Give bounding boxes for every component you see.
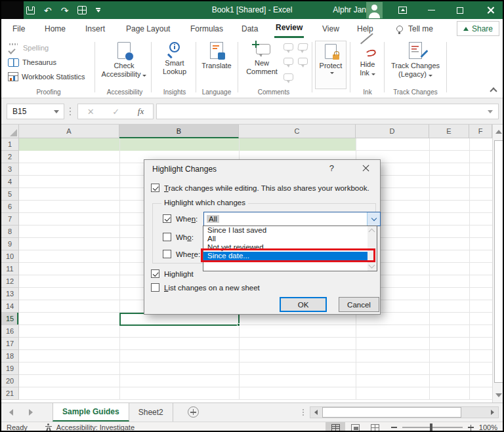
row-header[interactable]: 1 <box>1 138 19 151</box>
row-header[interactable]: 19 <box>1 363 19 375</box>
formula-input[interactable] <box>156 104 499 119</box>
workbook-statistics-button[interactable]: Workbook Statistics <box>8 71 85 83</box>
page-break-view-button[interactable] <box>365 422 385 432</box>
translate-button[interactable]: Translate <box>198 42 235 70</box>
row-header[interactable]: 8 <box>1 226 19 238</box>
row-header-selected[interactable]: 15 <box>1 313 19 325</box>
when-checkbox[interactable] <box>163 214 171 223</box>
previous-sheet-icon[interactable] <box>9 409 13 416</box>
normal-view-button[interactable] <box>326 422 345 432</box>
zoom-out-icon[interactable] <box>391 427 397 428</box>
dialog-close-button[interactable] <box>352 160 380 177</box>
row-header[interactable]: 2 <box>1 151 19 163</box>
column-header-d[interactable]: D <box>356 125 429 138</box>
dialog-help-button[interactable]: ? <box>329 163 334 173</box>
when-combobox-dropdown-button[interactable] <box>367 212 380 226</box>
row-header[interactable]: 21 <box>1 387 19 400</box>
previous-comment-icon[interactable] <box>297 43 308 50</box>
smart-lookup-button[interactable]: Smart Lookup <box>155 42 194 76</box>
sheet-tab-sample-guides[interactable]: Sample Guides <box>52 403 129 422</box>
next-sheet-icon[interactable] <box>29 409 33 416</box>
highlight-on-screen-checkbox[interactable] <box>151 269 159 278</box>
delete-comment-icon[interactable] <box>284 43 293 50</box>
scroll-up-icon[interactable] <box>495 130 502 134</box>
scroll-down-icon[interactable] <box>495 393 502 397</box>
row-header[interactable]: 3 <box>1 163 19 176</box>
maximize-button[interactable] <box>449 1 471 19</box>
row-header[interactable]: 17 <box>1 338 19 350</box>
vertical-scrollbar[interactable] <box>492 125 504 403</box>
tab-page-layout[interactable]: Page Layout <box>125 19 171 38</box>
tab-insert[interactable]: Insert <box>84 19 106 38</box>
selected-cell-b15[interactable] <box>119 313 240 326</box>
row-header[interactable]: 5 <box>1 188 19 201</box>
column-header-f[interactable]: F <box>469 125 492 138</box>
row-header[interactable]: 14 <box>1 300 19 313</box>
list-changes-checkbox[interactable] <box>151 283 159 292</box>
tab-file[interactable]: File <box>11 19 26 38</box>
horizontal-scrollbar[interactable] <box>310 406 499 418</box>
show-ink-comment-icon[interactable] <box>284 73 293 81</box>
column-header-a[interactable]: A <box>19 125 119 138</box>
row-header[interactable]: 20 <box>1 375 19 387</box>
tab-view[interactable]: View <box>321 19 341 38</box>
protect-button[interactable]: Protect <box>315 41 346 89</box>
page-layout-view-button[interactable] <box>345 422 365 432</box>
accessibility-status[interactable]: Accessibility: Investigate <box>56 423 135 431</box>
ribbon-display-options-button[interactable] <box>391 1 413 19</box>
row-header[interactable]: 10 <box>1 250 19 263</box>
tab-data[interactable]: Data <box>240 19 259 38</box>
close-button[interactable] <box>479 1 501 19</box>
cancel-button[interactable]: Cancel <box>339 297 379 312</box>
who-checkbox[interactable] <box>163 233 171 241</box>
check-accessibility-button[interactable]: Check Accessibility <box>100 42 148 79</box>
track-changes-checkbox[interactable] <box>151 184 159 192</box>
row-header[interactable]: 4 <box>1 176 19 188</box>
zoom-slider-thumb[interactable] <box>430 423 432 431</box>
expand-formula-bar-icon[interactable] <box>488 110 493 113</box>
name-box[interactable]: B15 <box>7 104 64 119</box>
next-comment-icon[interactable] <box>284 58 293 65</box>
spelling-button[interactable]: Spelling <box>8 42 49 54</box>
scroll-up-icon[interactable] <box>369 229 375 235</box>
thesaurus-button[interactable]: Thesaurus <box>8 56 56 68</box>
dropdown-item[interactable]: Since I last saved <box>203 226 377 235</box>
track-changes-legacy-button[interactable]: Track Changes (Legacy) <box>387 42 444 79</box>
row-header[interactable]: 13 <box>1 288 19 300</box>
collapse-ribbon-icon[interactable] <box>490 87 497 94</box>
cancel-formula-icon[interactable]: ✕ <box>87 107 94 117</box>
new-comment-button[interactable]: New Comment <box>243 42 281 76</box>
zoom-percentage[interactable]: 100% <box>479 423 497 431</box>
column-header-e[interactable]: E <box>429 125 469 138</box>
row-header[interactable]: 16 <box>1 325 19 338</box>
zoom-in-icon[interactable] <box>468 425 474 431</box>
share-button[interactable]: Share <box>457 21 499 36</box>
avatar[interactable] <box>366 2 383 18</box>
tell-me-box[interactable]: Tell me <box>395 19 434 38</box>
ok-button[interactable]: OK <box>280 297 327 312</box>
where-checkbox[interactable] <box>163 250 171 258</box>
insert-function-icon[interactable]: fx <box>138 106 144 117</box>
row-header[interactable]: 7 <box>1 213 19 226</box>
tab-formulas[interactable]: Formulas <box>189 19 224 38</box>
tab-review[interactable]: Review <box>274 19 304 38</box>
enter-formula-icon[interactable]: ✓ <box>112 107 119 117</box>
tab-help[interactable]: Help <box>356 19 375 38</box>
fill-handle[interactable] <box>237 323 240 326</box>
row-header[interactable]: 9 <box>1 238 19 250</box>
scroll-left-icon[interactable] <box>314 410 318 415</box>
when-combobox[interactable]: All <box>203 212 381 226</box>
new-sheet-icon[interactable] <box>188 406 199 418</box>
horizontal-scroll-thumb[interactable] <box>322 407 461 418</box>
account-name[interactable]: Alphr Jan <box>333 5 366 14</box>
dropdown-item[interactable]: All <box>203 235 377 243</box>
sheet-tab-sheet2[interactable]: Sheet2 <box>129 403 173 422</box>
scroll-right-icon[interactable] <box>491 410 494 415</box>
row-header[interactable]: 6 <box>1 201 19 213</box>
scroll-down-icon[interactable] <box>369 262 375 269</box>
column-header-b[interactable]: B <box>119 125 239 138</box>
zoom-slider[interactable] <box>402 427 463 428</box>
hide-ink-button[interactable]: Hide Ink <box>353 42 382 77</box>
column-header-c[interactable]: C <box>239 125 356 138</box>
show-comments-icon[interactable] <box>298 58 308 65</box>
